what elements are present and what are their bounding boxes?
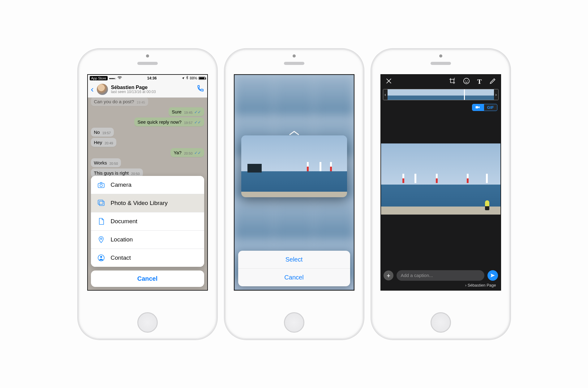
svg-point-7	[464, 78, 469, 83]
phone-2: Select Cancel	[225, 49, 364, 339]
chat-last-seen: last seen 10/13/16 at 00:03	[111, 90, 193, 94]
preview-photo[interactable]	[241, 135, 347, 197]
trim-thumbnails[interactable]	[388, 89, 494, 100]
home-button[interactable]	[284, 312, 304, 333]
attachment-location-label: Location	[111, 236, 133, 243]
attachment-action-sheet: Camera Photo & Video Library Document	[91, 176, 204, 287]
add-media-button[interactable]: ＋	[384, 271, 393, 280]
playhead-handle[interactable]	[464, 89, 465, 100]
trim-left-handle-icon[interactable]: ‹	[383, 89, 388, 100]
svg-rect-2	[99, 201, 104, 206]
preview-cancel-button[interactable]: Cancel	[238, 268, 350, 286]
photo-library-icon	[97, 199, 105, 207]
attachment-document-label: Document	[111, 218, 138, 225]
attachment-contact[interactable]: Contact	[91, 249, 204, 267]
chevron-up-icon[interactable]	[289, 130, 299, 135]
svg-point-9	[467, 80, 468, 81]
phone-1: App Store 14:36 88% ‹ Sébastien Page	[78, 49, 217, 339]
emoji-icon[interactable]	[463, 78, 470, 86]
editor-canvas[interactable]	[381, 143, 500, 215]
screen-whatsapp-attachment: App Store 14:36 88% ‹ Sébastien Page	[87, 74, 208, 291]
video-icon	[475, 105, 480, 109]
location-services-icon	[182, 77, 185, 80]
back-icon[interactable]: ‹	[91, 84, 94, 94]
status-back-to-app[interactable]: App Store	[90, 76, 108, 80]
attachment-location[interactable]: Location	[91, 230, 204, 249]
preview-action-menu: Select Cancel	[238, 251, 350, 286]
home-button[interactable]	[137, 312, 158, 333]
svg-point-8	[465, 80, 466, 81]
contact-icon	[97, 254, 105, 262]
cell-signal-icon	[109, 76, 116, 80]
video-trim-strip[interactable]: ‹ ›	[383, 89, 499, 100]
caption-placeholder: Add a caption...	[401, 273, 433, 278]
chat-nav-bar: ‹ Sébastien Page last seen 10/13/16 at 0…	[88, 82, 207, 98]
status-bar: App Store 14:36 88%	[88, 75, 207, 82]
editor-bottom-bar: ＋ Add a caption...	[384, 270, 498, 281]
video-gif-toggle[interactable]: GIF	[472, 104, 497, 111]
toggle-gif[interactable]: GIF	[484, 104, 497, 111]
caption-input[interactable]: Add a caption...	[397, 270, 484, 281]
location-pin-icon	[97, 236, 105, 244]
attachment-library-label: Photo & Video Library	[111, 200, 168, 207]
send-button[interactable]	[487, 270, 498, 281]
call-icon[interactable]	[196, 85, 204, 94]
attachment-camera[interactable]: Camera	[91, 176, 204, 194]
screen-photo-preview: Select Cancel	[234, 74, 354, 291]
camera-icon	[97, 181, 105, 189]
svg-rect-3	[98, 200, 103, 204]
document-icon	[97, 217, 105, 225]
svg-point-1	[100, 184, 102, 187]
screen-media-editor: T ‹ › GIF	[380, 74, 501, 291]
editor-topbar: T	[381, 75, 500, 88]
home-button[interactable]	[431, 312, 451, 333]
attachment-cancel-button[interactable]: Cancel	[91, 271, 204, 287]
battery-icon	[199, 77, 205, 80]
toggle-gif-label: GIF	[487, 105, 494, 110]
svg-rect-0	[98, 183, 104, 188]
chat-contact-name: Sébastien Page	[111, 85, 193, 90]
wifi-icon	[117, 76, 122, 80]
svg-rect-10	[475, 106, 478, 109]
bluetooth-icon	[186, 76, 188, 80]
preview-select-button[interactable]: Select	[238, 251, 350, 268]
text-tool-icon[interactable]: T	[477, 78, 482, 85]
status-battery-pct: 88%	[190, 76, 197, 80]
toggle-video[interactable]	[472, 104, 484, 111]
draw-icon[interactable]	[489, 78, 496, 86]
person-in-photo	[485, 200, 489, 210]
attachment-library[interactable]: Photo & Video Library	[91, 194, 204, 212]
trim-right-handle-icon[interactable]: ›	[494, 89, 498, 100]
attachment-camera-label: Camera	[111, 181, 132, 188]
recipient-label: Sébastien Page	[465, 283, 496, 288]
phone-3: T ‹ › GIF	[371, 49, 510, 339]
svg-point-6	[100, 256, 102, 258]
crop-icon[interactable]	[449, 78, 456, 86]
svg-point-4	[100, 238, 102, 239]
attachment-document[interactable]: Document	[91, 212, 204, 230]
avatar[interactable]	[97, 84, 108, 95]
status-time: 14:36	[147, 76, 157, 80]
attachment-contact-label: Contact	[111, 254, 131, 261]
close-icon[interactable]	[385, 78, 392, 86]
